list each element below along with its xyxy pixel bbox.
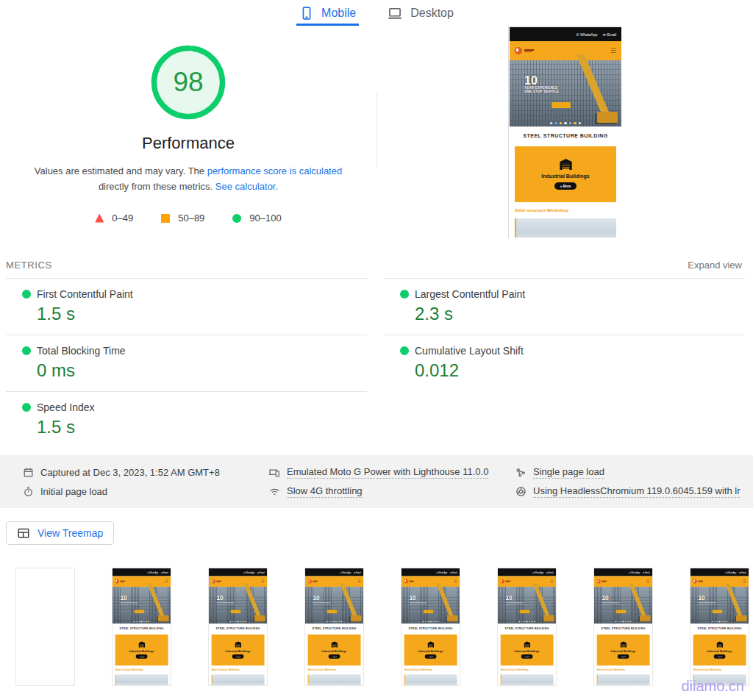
mini-card-title: Industrial Buildings (611, 649, 636, 652)
mini-hero-text: 10 YEAR EXPERIENCE ONE STOP SERVICE (602, 595, 620, 605)
fork-icon (515, 467, 527, 478)
metric-value: 1.5 s (37, 417, 367, 438)
tab-desktop-label: Desktop (410, 7, 454, 20)
email-icon (643, 571, 644, 574)
hero-number: 10 (216, 595, 235, 601)
env-column-3: Single page loadUsing HeadlessChromium 1… (515, 463, 753, 501)
metric-total-blocking-time: Total Blocking Time0 ms (6, 335, 367, 391)
mini-email: Email (161, 571, 168, 574)
mini-logo (693, 579, 704, 584)
env-column-2: Emulated Moto G Power with Lighthouse 11… (268, 463, 515, 501)
mini-bottom-image (404, 674, 457, 685)
garage-icon (427, 641, 434, 647)
email-icon (257, 571, 259, 574)
crane-arm-graphic (722, 584, 746, 619)
env-text[interactable]: Emulated Moto G Power with Lighthouse 11… (287, 466, 488, 479)
mini-hero-button (135, 610, 145, 613)
calculated-link[interactable]: performance score is calculated (207, 165, 343, 176)
mini-hero-icons (594, 621, 652, 622)
mini-topbar: WhatsApp Email (113, 568, 171, 576)
filmstrip-frame-content: WhatsApp Email ☰ 10 YEAR EXPERIENCE ONE … (209, 568, 267, 685)
whatsapp-icon (147, 571, 149, 574)
hero-number: 10 (698, 595, 716, 601)
mini-more-button: » More (136, 654, 148, 659)
summary-right: WhatsApp Email ☰ 10 YEAR EXPERIENCE ONE … (376, 26, 753, 238)
summary-left: 98 Performance Values are estimated and … (0, 26, 376, 238)
mini-logo (308, 579, 318, 584)
mini-whatsapp: WhatsApp (725, 571, 736, 574)
whatsapp-icon (436, 571, 438, 574)
performance-title: Performance (0, 134, 376, 153)
mini-page-heading: STEEL STRUCTURE BUILDING (510, 126, 621, 144)
metric-value: 0.012 (415, 360, 745, 381)
tab-mobile[interactable]: Mobile (296, 7, 359, 26)
see-calculator-link[interactable]: See calculator (215, 181, 276, 192)
mini-whatsapp: WhatsApp (629, 571, 640, 574)
mini-whatsapp: WhatsApp (243, 571, 254, 574)
mini-hero-image: 10 YEAR EXPERIENCE ONE STOP SERVICE (113, 587, 171, 624)
legend-label: 0–49 (112, 213, 133, 224)
mini-bottom-image (115, 674, 168, 685)
mini-hero-text: 10 YEAR EXPERIENCE ONE STOP SERVICE (698, 595, 716, 605)
env-text[interactable]: Slow 4G throttling (287, 485, 363, 498)
mini-card-title: Industrial Buildings (541, 174, 589, 179)
metrics-heading: METRICS (6, 260, 52, 271)
expand-view-button[interactable]: Expand view (688, 260, 742, 271)
env-text[interactable]: Single page load (533, 466, 604, 479)
mini-card-title: Industrial Buildings (707, 649, 732, 652)
email-icon (161, 571, 163, 574)
page-screenshot: WhatsApp Email ☰ 10 YEAR EXPERIENCE ONE … (305, 568, 363, 685)
mini-bottom-image (597, 674, 650, 685)
hamburger-icon: ☰ (261, 579, 264, 583)
devices-icon (268, 467, 280, 478)
mini-hero-button (424, 610, 434, 613)
env-item: Slow 4G throttling (268, 482, 515, 501)
mini-hero-image: 10 YEAR EXPERIENCE ONE STOP SERVICE (498, 587, 556, 624)
metrics-header: METRICS Expand view (6, 260, 742, 271)
mini-topbar: WhatsApp Email (305, 568, 363, 576)
page-screenshot: WhatsApp Email ☰ 10 YEAR EXPERIENCE ONE … (690, 568, 749, 685)
mini-whatsapp: WhatsApp (576, 32, 597, 37)
mini-page-heading: STEEL STRUCTURE BUILDING (113, 624, 171, 633)
logo-icon (212, 579, 215, 584)
mini-more-button: » More (425, 654, 437, 659)
crane-arm-graphic (433, 584, 457, 619)
filmstrip-frame-content: WhatsApp Email ☰ 10 YEAR EXPERIENCE ONE … (113, 568, 171, 685)
metric-cumulative-layout-shift: Cumulative Layout Shift0.012 (384, 335, 745, 391)
environment-bar: Captured at Dec 3, 2023, 1:52 AM GMT+8In… (0, 455, 753, 508)
mini-email: Email (643, 571, 650, 574)
crane-arm-graphic (337, 584, 361, 619)
mini-email: Email (546, 571, 554, 574)
page-screenshot: WhatsApp Email ☰ 10 YEAR EXPERIENCE ONE … (594, 568, 652, 685)
page-screenshot: WhatsApp Email ☰ 10 YEAR EXPERIENCE ONE … (510, 27, 621, 238)
mini-more-button: » More (329, 654, 340, 659)
hero-number: 10 (120, 595, 138, 601)
performance-gauge: 98 (150, 44, 226, 121)
mini-email: Email (450, 571, 457, 574)
page-screenshot: WhatsApp Email ☰ 10 YEAR EXPERIENCE ONE … (113, 568, 171, 685)
mini-logo (515, 47, 534, 54)
hero-line2: ONE STOP SERVICE (602, 603, 620, 605)
logo-text (216, 581, 221, 582)
hamburger-icon: ☰ (646, 579, 649, 583)
metric-label: Cumulative Layout Shift (415, 345, 524, 357)
hero-line2: ONE STOP SERVICE (216, 603, 235, 605)
metric-largest-contentful-paint: Largest Contentful Paint2.3 s (384, 278, 745, 335)
metric-status-icon (22, 346, 31, 355)
filmstrip-frame-2: WhatsApp Email ☰ 10 YEAR EXPERIENCE ONE … (112, 568, 171, 686)
filmstrip-frame-4: WhatsApp Email ☰ 10 YEAR EXPERIENCE ONE … (304, 568, 364, 686)
metric-status-icon (22, 403, 31, 412)
mini-bottom-image (212, 674, 265, 685)
env-item: Single page load (515, 463, 753, 482)
metric-first-contentful-paint: First Contentful Paint1.5 s (6, 278, 367, 335)
mini-hero-image: 10 YEAR EXPERIENCE ONE STOP SERVICE (690, 587, 749, 624)
metric-value: 1.5 s (37, 304, 367, 324)
view-treemap-button[interactable]: View Treemap (6, 521, 114, 545)
logo-icon (693, 579, 697, 584)
env-text[interactable]: Using HeadlessChromium 119.0.6045.159 wi… (533, 485, 740, 498)
hero-line2: ONE STOP SERVICE (505, 603, 524, 605)
mini-workshop-link: Steel structure Workshop (498, 665, 556, 674)
mini-page-heading: STEEL STRUCTURE BUILDING (402, 624, 460, 633)
crane-arm-graphic (144, 584, 168, 619)
tab-desktop[interactable]: Desktop (384, 7, 457, 26)
